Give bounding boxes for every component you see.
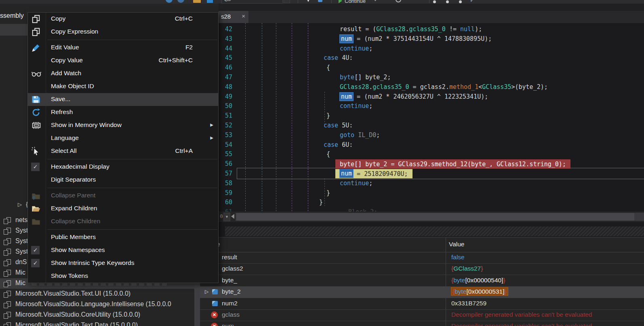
column-header-value[interactable]: Value [449,241,465,248]
line-number[interactable]: 60 [219,197,232,207]
expand-arrow-icon[interactable]: ▷ [205,289,208,294]
code-line-58[interactable]: continue; [239,178,373,188]
step-into-icon[interactable] [433,0,436,3]
locals-row-gclass2[interactable]: gclass2{GClass27} [200,263,644,275]
menu-item-edit-value[interactable]: Edit ValueF2 [28,41,218,54]
line-number[interactable]: 58 [219,178,232,188]
locals-row-num2[interactable]: num20x331B7259 [200,298,644,310]
menu-item-show-in-memory-window[interactable]: Show in Memory Window▶ [28,119,218,132]
menu-item-save[interactable]: Save... [28,93,218,106]
code-line-59[interactable]: } [239,188,330,198]
tree-node-expander[interactable]: ▷{ [18,201,28,207]
chevron-right-icon[interactable]: ▷ [18,201,22,207]
chevron-down-icon[interactable] [284,0,290,3]
menu-item-copy[interactable]: CopyCtrl+C [28,13,218,25]
menu-item-expand-children[interactable]: Expand Children [28,202,218,215]
check-icon[interactable]: ✓ [470,0,474,3]
menu-item-show-intrinsic-type-keywords[interactable]: ✓Show Intrinsic Type Keywords [28,257,218,270]
menu-item-refresh[interactable]: Refresh [28,106,218,119]
menu-item-digit-separators[interactable]: Digit Separators [28,174,218,186]
step-over-icon[interactable] [446,0,449,3]
line-number[interactable]: 53 [219,130,232,140]
horizontal-scrollbar[interactable]: 0 ▼ [219,212,644,222]
code-area[interactable]: 42result = (GClass28.gclass35_0 != null)… [219,23,644,212]
code-line-44[interactable]: continue; [239,44,373,53]
save-icon[interactable] [207,0,213,3]
open-folder-icon[interactable] [193,0,201,3]
line-number[interactable]: 46 [219,63,232,72]
code-line-43[interactable]: num = (num2 * 3751443154U ^ 1478830895U)… [239,34,492,44]
continue-play-icon[interactable] [339,0,342,3]
code-line-52[interactable]: case 5U: [239,121,353,130]
menu-item-add-watch[interactable]: Add Watch [28,67,218,80]
line-number[interactable]: 61 [219,207,232,212]
step-out-icon[interactable] [459,0,462,3]
line-number[interactable]: 44 [219,44,232,53]
code-line-55[interactable]: { [239,149,330,159]
menu-item-select-all[interactable]: Select AllCtrl+A [28,145,218,158]
sidebar-scrollbar-thumb[interactable] [194,283,200,326]
code-line-60[interactable]: } [239,197,323,207]
code-line-51[interactable]: } [239,111,330,121]
line-number[interactable]: 50 [219,101,232,111]
tab-gclass28[interactable]: s28 × [219,11,248,23]
code-line-53[interactable]: goto IL_D0; [239,130,380,140]
line-number[interactable]: 52 [219,121,232,130]
line-number[interactable]: 57 [219,169,232,178]
menu-item-copy-expression[interactable]: Copy Expression [28,25,218,38]
line-number[interactable]: 48 [219,82,232,92]
tab-label[interactable]: s28 [221,13,231,20]
code-line-48[interactable]: GClass28.gclass35_0 = gclass2.method_1<G… [239,82,548,92]
nav-circle-icon[interactable] [166,0,173,3]
code-line-57[interactable]: num = 2518209470U; [239,169,412,178]
nav-circle-icon[interactable] [177,0,184,3]
line-number[interactable]: 49 [219,92,232,102]
continue-button[interactable]: Continue [345,0,366,4]
sidebar-item-microsoft-visualstudio-coreutility-15-0-0-0[interactable]: Microsoft.VisualStudio.CoreUtility (15.0… [0,310,194,320]
menu-item-show-tokens[interactable]: Show Tokens [28,270,218,283]
scrollbar-thumb[interactable] [236,213,634,220]
menu-item-make-object-id[interactable]: Make Object ID [28,80,218,93]
menu-item-show-namespaces[interactable]: ✓Show Namespaces [28,244,218,257]
scrollbar-track[interactable] [236,213,644,221]
code-line-45[interactable]: case 4U: [239,53,353,63]
sidebar-item-microsoft-visualstudio-text-ui-15-0-0-0[interactable]: Microsoft.VisualStudio.Text.UI (15.0.0.0… [0,289,194,299]
locals-row-gclass[interactable]: ✕gclassDecompiler generated variables ca… [200,309,644,321]
line-number[interactable]: 42 [219,24,232,34]
locals-row-byte-2[interactable]: ▷byte_2{byte[0x00000531]} [200,286,644,298]
code-line-54[interactable]: case 6U: [239,140,353,150]
menu-item-hexadecimal-display[interactable]: ✓Hexadecimal Display [28,161,218,174]
close-icon[interactable]: × [242,13,245,19]
language-combo[interactable]: C# [221,0,283,4]
code-line-47[interactable]: byte[] byte_2; [239,72,391,82]
line-number[interactable]: 56 [219,159,232,169]
locals-row-result[interactable]: resultfalse [200,252,644,264]
history-icon[interactable] [396,0,401,2]
chevron-down-icon[interactable] [374,0,377,1]
code-line-46[interactable]: { [239,63,330,72]
menu-item-public-members[interactable]: Public Members [28,231,218,244]
line-number[interactable]: 51 [219,111,232,121]
sidebar-item-microsoft-visualstudio-language-intellisense-15-0-0-0[interactable]: Microsoft.VisualStudio.Language.Intellis… [0,299,194,310]
pointer-icon[interactable] [306,0,311,2]
sidebar-item-microsoft-visualstudio-text-data-15-0-0-0[interactable]: Microsoft.VisualStudio.Text.Data (15.0.0… [0,320,194,326]
back-arrow-icon[interactable] [318,0,322,2]
code-line-49[interactable]: num = (num2 * 2462056327U ^ 122325341U); [239,92,488,102]
line-number[interactable]: 45 [219,53,232,63]
line-number[interactable]: 59 [219,188,232,198]
chevron-down-icon[interactable]: ▼ [223,213,230,221]
assembly-explorer-selected-band[interactable] [0,24,27,36]
line-number[interactable]: 55 [219,149,232,159]
code-line-56[interactable]: byte[] byte_2 = GClass29.smethod_12(byte… [239,159,570,169]
code-line-61[interactable]: Block_2: [239,207,377,212]
menu-item-language[interactable]: Language▶ [28,132,218,145]
scroll-left-icon[interactable] [231,214,234,219]
menu-item-copy-value[interactable]: Copy ValueCtrl+Shift+C [28,54,218,67]
line-number[interactable]: 47 [219,72,232,82]
locals-row-byte[interactable]: byte_{byte[0x00000540]} [200,275,644,287]
code-line-50[interactable]: continue; [239,101,373,111]
line-number[interactable]: 54 [219,140,232,150]
code-line-42[interactable]: result = (GClass28.gclass35_0 != null); [239,24,482,34]
locals-row-num[interactable]: ✕numDecompiler generated variables can't… [200,321,644,326]
line-number[interactable]: 43 [219,34,232,44]
